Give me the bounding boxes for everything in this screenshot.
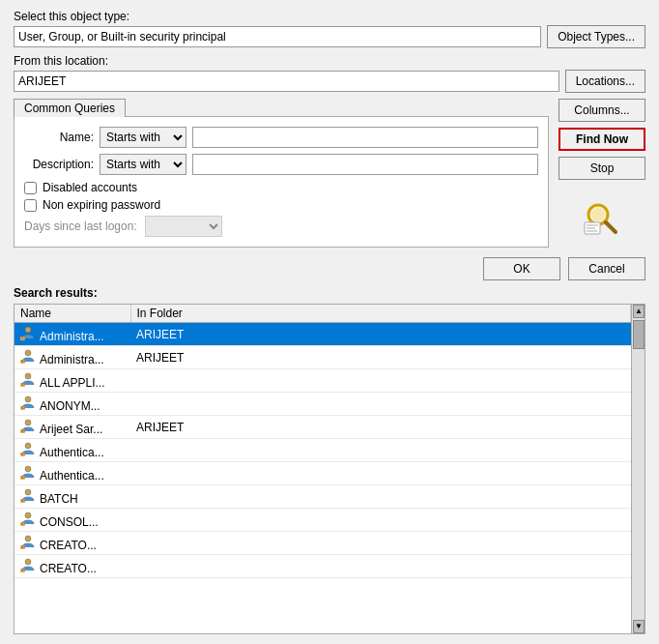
description-row: Description: Starts with Is exactly Ends… <box>24 154 538 175</box>
result-name-text: CREATO... <box>40 562 97 575</box>
result-name-cell: ID CREATO... <box>14 532 130 555</box>
svg-text:ID: ID <box>21 475 25 480</box>
scrollbar-thumb[interactable] <box>633 320 645 349</box>
user-icon: ID <box>20 418 36 433</box>
table-row[interactable]: ID CREATO... <box>14 555 631 578</box>
result-name-text: BATCH <box>40 492 78 506</box>
result-name-cell: ID Administra... <box>14 323 130 346</box>
result-name-text: Administra... <box>40 353 104 366</box>
common-queries-left: Common Queries Name: Starts with Is exac… <box>14 99 549 248</box>
result-name-cell: ID BATCH <box>14 485 130 509</box>
svg-point-13 <box>25 373 31 379</box>
result-name-cell: ID Arijeet Sar... <box>14 416 130 439</box>
locations-button[interactable]: Locations... <box>565 70 645 93</box>
location-label: From this location: <box>14 54 645 68</box>
ok-button[interactable]: OK <box>483 257 560 280</box>
description-label: Description: <box>24 158 94 171</box>
results-container: Name In Folder ID Administra...ARIJEET I… <box>14 304 645 634</box>
find-now-button[interactable]: Find Now <box>559 128 645 151</box>
user-icon: ID <box>20 325 36 340</box>
object-type-input[interactable] <box>14 26 541 47</box>
description-condition-select[interactable]: Starts with Is exactly Ends with Contain… <box>100 154 186 175</box>
search-results-section: Search results: Name In Folder ID Admini… <box>14 286 645 634</box>
stop-button[interactable]: Stop <box>559 157 645 180</box>
result-name-text: Arijeet Sar... <box>40 423 102 436</box>
disabled-accounts-label: Disabled accounts <box>43 181 137 194</box>
svg-point-19 <box>25 420 31 425</box>
user-icon: ID <box>20 395 36 410</box>
common-queries-tab[interactable]: Common Queries <box>14 99 126 117</box>
col-header-folder: In Folder <box>130 305 631 323</box>
common-queries-content: Name: Starts with Is exactly Ends with C… <box>14 116 549 248</box>
days-since-select[interactable]: 30 60 90 <box>145 216 222 237</box>
table-row[interactable]: ID CONSOL... <box>14 509 631 532</box>
result-folder-cell <box>130 393 631 416</box>
search-results-label: Search results: <box>14 286 645 300</box>
results-table-wrapper[interactable]: Name In Folder ID Administra...ARIJEET I… <box>14 304 632 634</box>
result-name-text: ALL APPLI... <box>40 376 105 390</box>
result-folder-cell <box>130 462 631 485</box>
vertical-scrollbar[interactable]: ▲ ▼ <box>632 304 645 634</box>
svg-point-22 <box>25 443 31 449</box>
object-type-field: Select this object type: Object Types... <box>14 10 645 48</box>
result-folder-cell <box>130 532 631 555</box>
disabled-accounts-checkbox[interactable] <box>24 182 37 194</box>
name-row: Name: Starts with Is exactly Ends with C… <box>24 127 538 148</box>
location-field: From this location: Locations... <box>14 54 645 93</box>
result-folder-cell <box>130 509 631 532</box>
table-row[interactable]: ID ANONYM... <box>14 393 631 416</box>
svg-point-34 <box>25 536 31 542</box>
result-name-text: Authentica... <box>40 469 104 483</box>
result-name-text: ANONYM... <box>40 399 100 413</box>
name-value-input[interactable] <box>192 127 538 148</box>
scrollbar-up-arrow[interactable]: ▲ <box>633 305 645 318</box>
svg-text:ID: ID <box>21 452 25 456</box>
columns-button[interactable]: Columns... <box>559 99 645 122</box>
svg-text:ID: ID <box>21 544 25 549</box>
svg-point-10 <box>25 350 31 356</box>
table-row[interactable]: ID BATCH <box>14 485 631 509</box>
cancel-button[interactable]: Cancel <box>568 257 645 280</box>
result-name-cell: ID CONSOL... <box>14 509 130 532</box>
user-icon: ID <box>20 348 36 364</box>
svg-point-31 <box>25 512 31 518</box>
user-icon: ID <box>20 487 36 503</box>
table-row[interactable]: ID Authentica... <box>14 462 631 485</box>
table-row[interactable]: ID Authentica... <box>14 439 631 462</box>
search-icon-area <box>559 195 645 238</box>
col-header-name: Name <box>14 305 130 323</box>
svg-text:ID: ID <box>21 336 25 340</box>
user-icon: ID <box>20 511 36 526</box>
select-users-dialog: Select this object type: Object Types...… <box>0 0 659 644</box>
scrollbar-down-arrow[interactable]: ▼ <box>633 620 645 633</box>
user-icon: ID <box>20 441 36 456</box>
result-name-cell: ID Administra... <box>14 346 130 369</box>
result-name-cell: ID Authentica... <box>14 439 130 462</box>
table-row[interactable]: ID ALL APPLI... <box>14 369 631 393</box>
days-since-label: Days since last logon: <box>24 220 137 233</box>
result-name-text: Authentica... <box>40 446 104 459</box>
result-folder-cell <box>130 485 631 509</box>
svg-point-37 <box>25 559 31 565</box>
table-row[interactable]: ID Administra...ARIJEET <box>14 346 631 369</box>
svg-point-28 <box>25 489 31 495</box>
name-condition-select[interactable]: Starts with Is exactly Ends with Contain… <box>100 127 186 148</box>
table-row[interactable]: ID Administra...ARIJEET <box>14 323 631 346</box>
svg-text:ID: ID <box>21 428 25 433</box>
svg-text:ID: ID <box>21 568 25 572</box>
non-expiring-row: Non expiring password <box>24 198 538 212</box>
svg-text:ID: ID <box>21 498 25 503</box>
location-input[interactable] <box>14 71 559 92</box>
non-expiring-checkbox[interactable] <box>24 199 37 212</box>
svg-point-7 <box>25 327 31 333</box>
svg-text:ID: ID <box>21 405 25 410</box>
result-name-text: Administra... <box>40 330 104 343</box>
user-icon: ID <box>20 534 36 549</box>
user-icon: ID <box>20 371 36 387</box>
object-types-button[interactable]: Object Types... <box>547 25 645 48</box>
description-value-input[interactable] <box>192 154 538 175</box>
result-folder-cell <box>130 439 631 462</box>
table-row[interactable]: ID CREATO... <box>14 532 631 555</box>
object-type-label: Select this object type: <box>14 10 645 23</box>
table-row[interactable]: ID Arijeet Sar...ARIJEET <box>14 416 631 439</box>
